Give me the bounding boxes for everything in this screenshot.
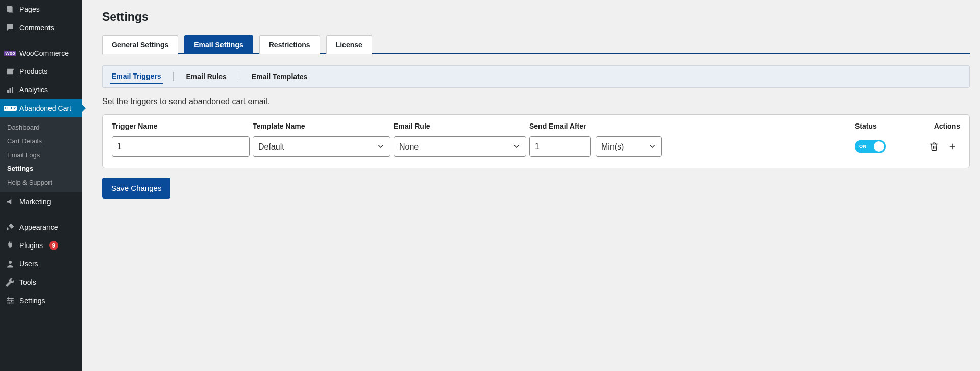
svg-rect-9: [7, 300, 14, 301]
col-header-template-name: Template Name: [253, 122, 390, 136]
sidebar-item-appearance[interactable]: Appearance: [0, 218, 82, 236]
subtab-email-rules[interactable]: Email Rules: [184, 69, 228, 84]
chart-bar-icon: [5, 85, 15, 95]
col-header-send-after: Send Email After: [529, 122, 852, 136]
col-header-email-rule: Email Rule: [394, 122, 526, 136]
sidebar-item-label: Settings: [19, 296, 45, 305]
svg-rect-13: [10, 302, 11, 304]
sidebar-item-label: Plugins: [19, 241, 43, 250]
wrench-icon: [5, 277, 15, 287]
sidebar-item-label: Abandoned Cart: [19, 104, 71, 112]
svg-rect-4: [7, 90, 9, 93]
page-icon: [5, 4, 15, 14]
status-toggle[interactable]: ON: [855, 140, 886, 153]
sidebar-submenu-abandoned-cart: Dashboard Cart Details Email Logs Settin…: [0, 117, 82, 192]
sidebar-item-abandoned-cart[interactable]: EL Ex Abandoned Cart: [0, 99, 82, 117]
toggle-on-label: ON: [859, 144, 867, 149]
comment-icon: [5, 22, 15, 33]
sidebar-item-products[interactable]: Products: [0, 62, 82, 81]
main-content: Settings General Settings Email Settings…: [82, 0, 980, 199]
brush-icon: [5, 222, 15, 232]
sidebar-item-woocommerce[interactable]: Woo WooCommerce: [0, 44, 82, 62]
section-description: Set the triggers to send abandoned cart …: [102, 97, 970, 106]
admin-sidebar: Pages Comments Woo WooCommerce Products …: [0, 0, 82, 371]
settings-tabs: General Settings Email Settings Restrict…: [102, 34, 970, 54]
update-count-badge: 9: [49, 241, 58, 250]
svg-rect-5: [10, 88, 11, 93]
sidebar-item-label: Products: [19, 67, 47, 76]
svg-rect-11: [8, 297, 9, 300]
plus-icon: [948, 142, 957, 151]
woocommerce-icon: Woo: [5, 48, 15, 58]
tab-license[interactable]: License: [326, 35, 372, 54]
sidebar-item-label: WooCommerce: [19, 49, 69, 57]
sidebar-item-label: Comments: [19, 23, 54, 32]
sidebar-item-label: Users: [19, 260, 38, 268]
subtab-email-templates[interactable]: Email Templates: [250, 69, 309, 84]
sidebar-item-settings[interactable]: Settings: [0, 291, 82, 310]
add-row-button[interactable]: [948, 142, 957, 151]
plug-icon: [5, 240, 15, 251]
divider: [239, 72, 239, 81]
sidebar-item-label: Analytics: [19, 86, 48, 94]
sidebar-item-analytics[interactable]: Analytics: [0, 81, 82, 99]
sidebar-item-label: Tools: [19, 278, 36, 286]
svg-rect-1: [9, 7, 13, 13]
sidebar-item-plugins[interactable]: Plugins 9: [0, 236, 82, 255]
svg-rect-3: [7, 70, 13, 75]
sidebar-item-comments[interactable]: Comments: [0, 18, 82, 37]
template-select[interactable]: Default: [253, 136, 390, 157]
megaphone-icon: [5, 196, 15, 207]
sidebar-item-label: Pages: [19, 5, 40, 13]
submenu-item-email-logs[interactable]: Email Logs: [0, 148, 82, 162]
svg-point-7: [9, 261, 12, 264]
email-rule-select[interactable]: None: [394, 136, 526, 157]
triggers-panel: Trigger Name Template Name Email Rule Se…: [102, 114, 970, 168]
plugin-brand-icon: EL Ex: [5, 103, 15, 113]
sidebar-item-pages[interactable]: Pages: [0, 0, 82, 18]
sidebar-item-label: Appearance: [19, 223, 58, 231]
trash-icon: [929, 142, 939, 151]
svg-rect-6: [12, 87, 13, 93]
send-after-unit-select[interactable]: Min(s): [596, 136, 662, 157]
sidebar-item-marketing[interactable]: Marketing: [0, 192, 82, 211]
svg-rect-12: [11, 300, 12, 302]
col-header-trigger-name: Trigger Name: [112, 122, 250, 136]
tab-general-settings[interactable]: General Settings: [102, 35, 178, 54]
sidebar-item-users[interactable]: Users: [0, 255, 82, 273]
tab-restrictions[interactable]: Restrictions: [259, 35, 320, 54]
sidebar-item-tools[interactable]: Tools: [0, 273, 82, 291]
sidebar-item-label: Marketing: [19, 197, 51, 206]
divider: [173, 72, 174, 81]
delete-row-button[interactable]: [929, 142, 939, 151]
svg-rect-2: [7, 69, 14, 70]
page-title: Settings: [102, 10, 970, 24]
submenu-item-dashboard[interactable]: Dashboard: [0, 120, 82, 134]
archive-icon: [5, 66, 15, 77]
email-subtabs: Email Triggers Email Rules Email Templat…: [102, 65, 970, 88]
user-icon: [5, 259, 15, 269]
col-header-actions: Actions: [919, 122, 960, 136]
submenu-item-cart-details[interactable]: Cart Details: [0, 134, 82, 148]
sliders-icon: [5, 295, 15, 306]
svg-rect-8: [7, 298, 14, 299]
trigger-name-input[interactable]: [112, 136, 250, 157]
submenu-item-settings[interactable]: Settings: [0, 162, 82, 176]
submenu-item-help-support[interactable]: Help & Support: [0, 176, 82, 189]
toggle-knob: [874, 141, 884, 152]
col-header-status: Status: [855, 122, 916, 136]
subtab-email-triggers[interactable]: Email Triggers: [110, 69, 163, 84]
send-after-value-input[interactable]: [529, 136, 591, 157]
save-changes-button[interactable]: Save Changes: [102, 178, 170, 199]
tab-email-settings[interactable]: Email Settings: [184, 35, 253, 54]
